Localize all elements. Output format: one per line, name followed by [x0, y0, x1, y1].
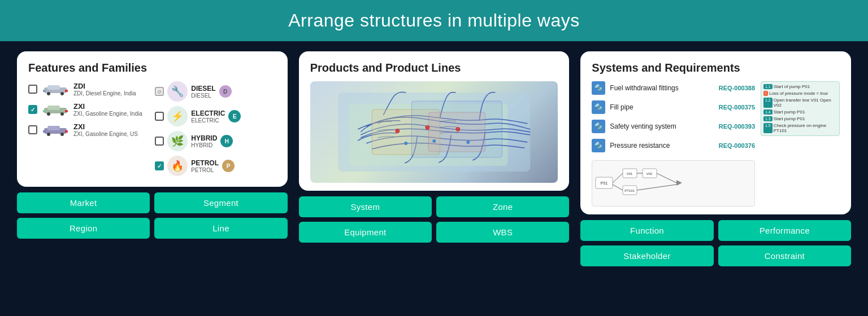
- svg-point-2: [47, 92, 50, 95]
- svg-rect-11: [65, 110, 68, 112]
- features-card: Features and Families: [17, 51, 288, 187]
- req-note-4: Start pump P01: [774, 109, 805, 115]
- flow-diagram: P01 V01 V02 PT101: [592, 160, 755, 207]
- hybrid-icon: 🌿: [167, 131, 188, 151]
- svg-point-9: [60, 112, 64, 116]
- req-note-3: Open transfer line V01 Open V02: [774, 98, 837, 108]
- svg-text:V02: V02: [646, 172, 653, 175]
- svg-rect-1: [47, 85, 60, 90]
- req-note-2: Loss of pressure mode = true: [769, 91, 828, 96]
- svg-point-27: [432, 139, 436, 143]
- systems-list: 🔩 Fuel withdrawal fittings REQ-000388 🔩 …: [592, 81, 755, 207]
- features-right-panel: 🔧 DIESEL DIESEL D ⚡ ELECTRIC ELECT: [155, 81, 276, 176]
- hybrid-checkbox[interactable]: [155, 137, 164, 146]
- systems-column: Systems and Requirements 🔩 Fuel withdraw…: [580, 51, 851, 266]
- electric-badge: E: [228, 110, 241, 122]
- list-item: 🔧 DIESEL DIESEL D: [155, 81, 276, 102]
- system-name-fill: Fill pipe: [610, 103, 714, 111]
- system-req-fuel: REQ-000388: [719, 85, 755, 91]
- list-item: 🔩 Safety venting system REQ-000393: [592, 120, 755, 133]
- system-icon-venting: 🔩: [592, 120, 605, 133]
- petrol-checkbox[interactable]: [155, 161, 164, 170]
- svg-text:V01: V01: [627, 172, 633, 175]
- systems-tags: Function Performance Stakeholder Constra…: [580, 220, 851, 266]
- svg-rect-16: [43, 130, 46, 133]
- svg-rect-4: [43, 90, 46, 92]
- page-title: Arrange structures in multiple ways: [0, 10, 868, 31]
- list-item: 🔩 Fuel withdrawal fittings REQ-000388: [592, 81, 755, 95]
- zxi-us-name: ZXI: [73, 122, 138, 131]
- svg-point-24: [425, 125, 429, 130]
- svg-rect-5: [65, 90, 68, 92]
- svg-line-41: [657, 173, 676, 183]
- list-item: ZXI ZXI, Gasoline Engine, India: [28, 102, 149, 117]
- svg-point-23: [395, 129, 400, 133]
- function-button[interactable]: Function: [580, 220, 713, 241]
- features-left-panel: ZDI ZDI, Diesel Engine, India: [28, 81, 149, 176]
- list-item: ZXI ZXI, Gasoline Engine, US: [28, 122, 149, 138]
- requirements-notes: 1.1 Start of pump P01 ! Loss of pressure…: [761, 81, 840, 207]
- wbs-button[interactable]: WBS: [436, 222, 569, 243]
- svg-marker-40: [676, 180, 682, 186]
- list-item: 🔩 Fill pipe REQ-000375: [592, 100, 755, 114]
- equipment-button[interactable]: Equipment: [299, 222, 432, 243]
- svg-rect-17: [65, 130, 68, 133]
- list-item: 🔩 Pressure resistance REQ-000376: [592, 139, 755, 152]
- svg-text:P01: P01: [601, 181, 608, 185]
- systems-card: Systems and Requirements 🔩 Fuel withdraw…: [580, 51, 851, 214]
- products-column: Products and Product Lines: [299, 51, 570, 243]
- zone-button[interactable]: Zone: [436, 196, 569, 217]
- svg-point-25: [455, 127, 460, 131]
- system-req-fill: REQ-000375: [719, 104, 755, 111]
- products-card: Products and Product Lines: [299, 51, 570, 191]
- products-tags: System Zone Equipment WBS: [299, 196, 570, 243]
- region-button[interactable]: Region: [17, 218, 150, 239]
- system-icon-fill: 🔩: [592, 100, 605, 114]
- market-button[interactable]: Market: [17, 192, 150, 213]
- zdi-checkbox[interactable]: [28, 85, 37, 94]
- svg-line-39: [613, 185, 623, 190]
- system-req-pressure: REQ-000376: [719, 142, 755, 149]
- svg-line-37: [613, 173, 623, 183]
- systems-card-title: Systems and Requirements: [592, 62, 840, 74]
- zdi-name: ZDI: [73, 82, 136, 90]
- system-button[interactable]: System: [299, 196, 432, 217]
- segment-button[interactable]: Segment: [154, 192, 287, 213]
- system-name-pressure: Pressure resistance: [610, 142, 714, 150]
- zxi-us-checkbox[interactable]: [28, 125, 37, 134]
- list-item: ZDI ZDI, Diesel Engine, India: [28, 81, 149, 97]
- main-content: Features and Families: [0, 41, 868, 266]
- zxi-us-desc: ZXI, Gasoline Engine, US: [73, 131, 138, 137]
- performance-button[interactable]: Performance: [718, 220, 851, 241]
- diesel-checkbox[interactable]: [155, 87, 164, 96]
- svg-rect-10: [43, 110, 46, 112]
- svg-line-42: [637, 185, 676, 190]
- svg-point-3: [60, 92, 64, 95]
- list-item: 🔥 PETROL PETROL P: [155, 156, 276, 176]
- electric-checkbox[interactable]: [155, 112, 164, 121]
- svg-point-8: [47, 112, 50, 116]
- features-grid: ZDI ZDI, Diesel Engine, India: [28, 81, 276, 176]
- zdi-desc: ZDI, Diesel Engine, India: [73, 90, 136, 96]
- stakeholder-button[interactable]: Stakeholder: [580, 245, 713, 266]
- system-icon-fuel: 🔩: [592, 81, 605, 95]
- hybrid-badge: H: [220, 135, 233, 147]
- products-card-title: Products and Product Lines: [310, 62, 558, 74]
- req-note-5: Start pump P01: [774, 116, 805, 121]
- features-tags: Market Segment Region Line: [17, 192, 288, 239]
- list-item: 🌿 HYBRID HYBRID H: [155, 131, 276, 151]
- line-button[interactable]: Line: [154, 218, 287, 239]
- constraint-button[interactable]: Constraint: [718, 245, 851, 266]
- svg-point-15: [60, 133, 64, 136]
- req-note-1: Start of pump P01: [774, 84, 810, 89]
- car-icon-zxi-india: [42, 102, 69, 117]
- list-item: ⚡ ELECTRIC ELECTRIC E: [155, 106, 276, 126]
- req-note-6: Check pressure on engine PT101: [774, 123, 837, 133]
- electric-icon: ⚡: [167, 106, 188, 126]
- svg-point-26: [404, 142, 407, 145]
- svg-text:PT101: PT101: [625, 189, 635, 192]
- system-icon-pressure: 🔩: [592, 139, 605, 152]
- diesel-icon: 🔧: [167, 81, 188, 102]
- zxi-india-desc: ZXI, Gasoline Engine, India: [73, 111, 142, 117]
- zxi-india-checkbox[interactable]: [28, 105, 37, 114]
